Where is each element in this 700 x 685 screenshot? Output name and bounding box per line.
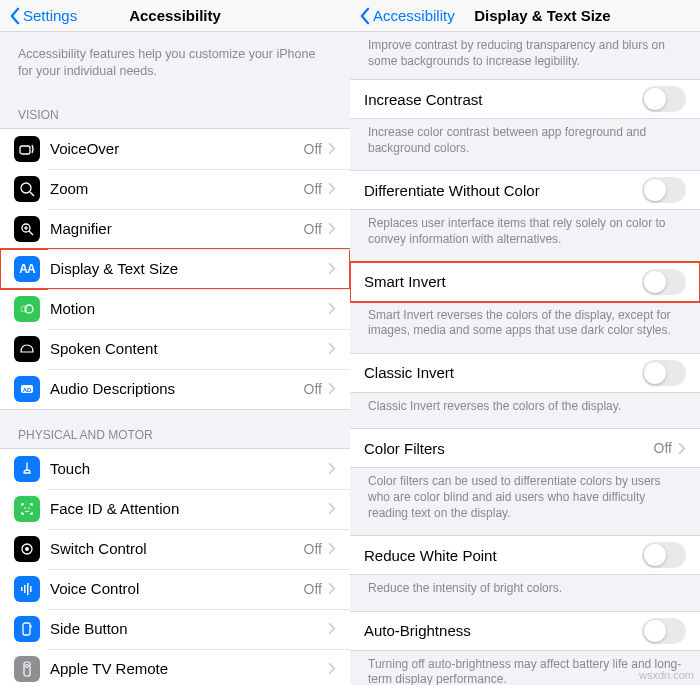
note: Replaces user interface items that rely … <box>350 210 700 261</box>
cell-side-button[interactable]: Side Button <box>0 609 350 649</box>
section-header-vision: VISION <box>0 98 350 128</box>
chevron-right-icon <box>328 502 336 515</box>
voiceover-icon <box>14 136 40 162</box>
value: Off <box>304 381 322 397</box>
cell-faceid[interactable]: Face ID & Attention <box>0 489 350 529</box>
cell-spoken-content[interactable]: Spoken Content <box>0 329 350 369</box>
back-button[interactable]: Accessibility <box>358 7 455 25</box>
page-title: Display & Text Size <box>474 7 610 24</box>
label: Increase Contrast <box>364 91 642 108</box>
label: Switch Control <box>50 540 304 557</box>
nav-header: Accessibility Display & Text Size <box>350 0 700 32</box>
zoom-icon <box>14 176 40 202</box>
note: Color filters can be used to differentia… <box>350 468 700 535</box>
svg-rect-19 <box>23 623 30 635</box>
svg-rect-18 <box>30 586 32 592</box>
chevron-right-icon <box>328 302 336 315</box>
cell-voice-control[interactable]: Voice Control Off <box>0 569 350 609</box>
chevron-right-icon <box>328 622 336 635</box>
cell-magnifier[interactable]: Magnifier Off <box>0 209 350 249</box>
top-note: Improve contrast by reducing transparenc… <box>350 32 700 79</box>
toggle[interactable] <box>642 177 686 203</box>
cell-audio-descriptions[interactable]: AD Audio Descriptions Off <box>0 369 350 409</box>
chevron-right-icon <box>328 542 336 555</box>
vision-group: VoiceOver Off Zoom Off Magnifier Off AA … <box>0 128 350 410</box>
label: VoiceOver <box>50 140 304 157</box>
chevron-right-icon <box>328 662 336 675</box>
svg-point-11 <box>24 507 26 509</box>
chevron-right-icon <box>328 342 336 355</box>
label: Apple TV Remote <box>50 660 328 677</box>
row-reduce-white-point[interactable]: Reduce White Point <box>350 535 700 575</box>
chevron-right-icon <box>328 222 336 235</box>
label: Face ID & Attention <box>50 500 328 517</box>
svg-point-8 <box>21 306 27 312</box>
value: Off <box>654 440 672 456</box>
svg-line-2 <box>30 192 34 196</box>
row-color-filters[interactable]: Color Filters Off <box>350 428 700 468</box>
value: Off <box>304 221 322 237</box>
label: Differentiate Without Color <box>364 182 642 199</box>
chevron-right-icon <box>328 142 336 155</box>
toggle[interactable] <box>642 86 686 112</box>
label: Zoom <box>50 180 304 197</box>
note: Reduce the intensity of bright colors. <box>350 575 700 611</box>
label: Auto-Brightness <box>364 622 642 639</box>
label: Audio Descriptions <box>50 380 304 397</box>
display-text-size-pane: Accessibility Display & Text Size Improv… <box>350 0 700 685</box>
voice-control-icon <box>14 576 40 602</box>
svg-rect-0 <box>20 146 30 154</box>
switch-control-icon <box>14 536 40 562</box>
label: Voice Control <box>50 580 304 597</box>
svg-rect-15 <box>21 587 23 591</box>
svg-point-12 <box>28 507 30 509</box>
label: Classic Invert <box>364 364 642 381</box>
text-size-icon: AA <box>14 256 40 282</box>
magnifier-icon <box>14 216 40 242</box>
row-differentiate-without-color[interactable]: Differentiate Without Color <box>350 170 700 210</box>
chevron-left-icon <box>358 7 371 25</box>
label: Spoken Content <box>50 340 328 357</box>
svg-rect-17 <box>27 583 29 595</box>
cell-voiceover[interactable]: VoiceOver Off <box>0 129 350 169</box>
row-increase-contrast[interactable]: Increase Contrast <box>350 79 700 119</box>
chevron-right-icon <box>328 182 336 195</box>
spoken-content-icon <box>14 336 40 362</box>
cell-display-text-size[interactable]: AA Display & Text Size <box>0 249 350 289</box>
toggle[interactable] <box>642 360 686 386</box>
intro-text: Accessibility features help you customiz… <box>0 32 350 98</box>
svg-point-7 <box>25 305 33 313</box>
cell-motion[interactable]: Motion <box>0 289 350 329</box>
audio-descriptions-icon: AD <box>14 376 40 402</box>
svg-text:AD: AD <box>23 386 32 392</box>
value: Off <box>304 581 322 597</box>
cell-appletv-remote[interactable]: Apple TV Remote <box>0 649 350 685</box>
svg-line-4 <box>29 231 33 235</box>
note: Classic Invert reverses the colors of th… <box>350 393 700 429</box>
toggle[interactable] <box>642 542 686 568</box>
chevron-right-icon <box>678 442 686 455</box>
appletv-remote-icon <box>14 656 40 682</box>
note: Smart Invert reverses the colors of the … <box>350 302 700 353</box>
cell-touch[interactable]: Touch <box>0 449 350 489</box>
page-title: Accessibility <box>129 7 221 24</box>
note: Increase color contrast between app fore… <box>350 119 700 170</box>
chevron-right-icon <box>328 462 336 475</box>
svg-rect-16 <box>24 585 26 593</box>
motion-icon <box>14 296 40 322</box>
chevron-right-icon <box>328 382 336 395</box>
faceid-icon <box>14 496 40 522</box>
toggle[interactable] <box>642 618 686 644</box>
row-auto-brightness[interactable]: Auto-Brightness <box>350 611 700 651</box>
back-label: Accessibility <box>373 7 455 24</box>
back-button[interactable]: Settings <box>8 7 77 25</box>
svg-point-22 <box>26 664 29 667</box>
row-classic-invert[interactable]: Classic Invert <box>350 353 700 393</box>
cell-switch-control[interactable]: Switch Control Off <box>0 529 350 569</box>
toggle[interactable] <box>642 269 686 295</box>
cell-zoom[interactable]: Zoom Off <box>0 169 350 209</box>
value: Off <box>304 141 322 157</box>
label: Color Filters <box>364 440 654 457</box>
row-smart-invert[interactable]: Smart Invert <box>350 262 700 302</box>
label: Touch <box>50 460 328 477</box>
